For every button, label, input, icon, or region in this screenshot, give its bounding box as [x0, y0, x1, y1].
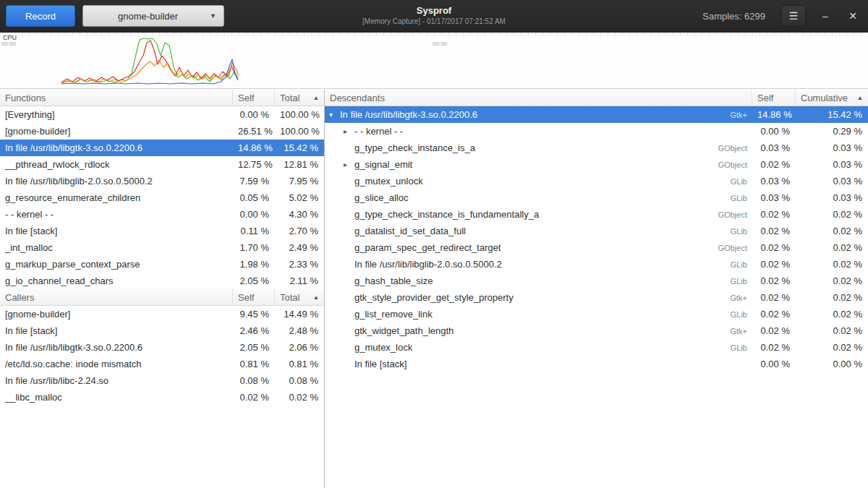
sysprof-window: Record gnome-builder ▼ Sysprof [Memory C… [0, 0, 868, 488]
table-row[interactable]: In file [stack]0.11 %2.70 % [0, 223, 324, 239]
cumulative-percent: 0.02 % [796, 259, 868, 270]
table-row[interactable]: g_markup_parse_context_parse1.98 %2.33 % [0, 256, 324, 273]
column-header-self[interactable]: Self [233, 90, 275, 106]
sort-indicator-icon: ▲ [313, 294, 319, 301]
column-header-total[interactable]: Total ▲ [275, 90, 324, 106]
menu-button[interactable]: ☰ [781, 5, 806, 27]
close-button[interactable]: ✕ [843, 5, 862, 27]
tree-row[interactable]: gtk_style_provider_get_style_propertyGtk… [325, 289, 868, 306]
self-percent: 0.02 % [752, 342, 796, 353]
tree-row[interactable]: ▸- - kernel - -0.00 %0.29 % [325, 123, 868, 140]
table-row[interactable]: [Everything]0.00 %100.00 % [0, 106, 324, 123]
table-row[interactable]: g_io_channel_read_chars2.05 %2.11 % [0, 273, 324, 289]
function-name: _int_malloc [0, 242, 233, 253]
tree-row[interactable]: gtk_widget_path_lengthGtk+0.02 %0.02 % [325, 322, 868, 339]
table-row[interactable]: - - kernel - -0.00 %4.30 % [0, 206, 324, 223]
function-name: - - kernel - - [0, 209, 233, 220]
time-label-start: 00:00 [1, 40, 16, 47]
library-badge: GLib [731, 194, 747, 202]
tree-row[interactable]: In file /usr/lib/libglib-2.0.so.0.5000.2… [325, 256, 868, 273]
chevron-down-icon: ▼ [210, 12, 216, 20]
cumulative-percent: 0.03 % [796, 142, 868, 153]
cumulative-percent: 0.03 % [796, 192, 868, 203]
column-header-self[interactable]: Self [752, 90, 796, 106]
self-percent: 1.98 % [233, 259, 275, 270]
window-title: Sysprof [362, 4, 506, 17]
cpu-graph[interactable]: CPU 00:00 00:30 [0, 33, 868, 89]
expander-closed-icon[interactable]: ▸ [344, 160, 354, 168]
expander-closed-icon[interactable]: ▸ [344, 127, 354, 135]
total-percent: 0.02 % [275, 392, 324, 403]
table-row[interactable]: __pthread_rwlock_rdlock12.75 %12.81 % [0, 156, 324, 173]
table-row[interactable]: [gnome-builder]26.51 %100.00 % [0, 123, 324, 140]
table-row[interactable]: _int_malloc1.70 %2.49 % [0, 239, 324, 256]
table-row[interactable]: /etc/ld.so.cache: inode mismatch0.81 %0.… [0, 356, 324, 372]
table-row[interactable]: In file [stack]2.46 %2.48 % [0, 322, 324, 339]
table-row[interactable]: In file /usr/lib/libgtk-3.so.0.2200.614.… [0, 140, 324, 156]
function-name: In file [stack] [0, 226, 233, 236]
function-name: g_markup_parse_context_parse [0, 259, 233, 270]
column-header-cumulative-label: Cumulative [801, 93, 848, 103]
expander-open-icon[interactable]: ▾ [329, 111, 340, 119]
table-row[interactable]: In file /usr/lib/libgtk-3.so.0.2200.62.0… [0, 339, 324, 356]
total-percent: 2.11 % [275, 275, 324, 286]
table-row[interactable]: In file /usr/lib/libglib-2.0.so.0.5000.2… [0, 173, 324, 189]
self-percent: 0.02 % [752, 292, 796, 303]
function-name: g_type_check_instance_is_fundamentally_a [354, 209, 712, 220]
cumulative-percent: 0.02 % [796, 242, 868, 253]
tree-name-cell: In file [stack] [325, 359, 752, 369]
process-selector[interactable]: gnome-builder ▼ [82, 5, 224, 27]
function-name: In file /usr/lib/libgtk-3.so.0.2200.6 [340, 109, 724, 120]
column-header-self[interactable]: Self [233, 289, 275, 305]
main-area: Functions Self Total ▲ [Everything]0.00 … [0, 90, 868, 488]
tree-name-cell: ▾In file /usr/lib/libgtk-3.so.0.2200.6Gt… [325, 109, 752, 120]
tree-row[interactable]: In file [stack]0.00 %0.00 % [325, 356, 868, 372]
tree-row[interactable]: ▸g_signal_emitGObject0.02 %0.03 % [325, 156, 868, 173]
self-percent: 2.05 % [233, 342, 275, 353]
cumulative-percent: 0.02 % [796, 325, 868, 336]
cumulative-percent: 0.29 % [796, 126, 868, 137]
tree-name-cell: g_list_remove_linkGLib [325, 309, 752, 320]
total-percent: 2.70 % [275, 226, 324, 236]
self-percent: 0.02 % [752, 259, 796, 270]
tree-row[interactable]: g_slice_allocGLib0.03 %0.03 % [325, 189, 868, 206]
self-percent: 26.51 % [233, 126, 275, 137]
cumulative-percent: 0.02 % [796, 309, 868, 320]
record-button[interactable]: Record [6, 5, 75, 27]
table-row[interactable]: In file /usr/lib/libc-2.24.so0.08 %0.08 … [0, 372, 324, 389]
cumulative-percent: 0.03 % [796, 159, 868, 170]
function-name: /etc/ld.so.cache: inode mismatch [0, 359, 233, 369]
tree-row[interactable]: g_mutex_unlockGLib0.03 %0.03 % [325, 173, 868, 189]
total-percent: 14.49 % [275, 309, 324, 320]
tree-row[interactable]: g_type_check_instance_is_fundamentally_a… [325, 206, 868, 223]
library-badge: GLib [731, 260, 747, 269]
table-row[interactable]: [gnome-builder]9.45 %14.49 % [0, 306, 324, 322]
total-percent: 100.00 % [275, 109, 324, 120]
close-icon: ✕ [848, 10, 857, 22]
tree-row[interactable]: g_mutex_lockGLib0.02 %0.02 % [325, 339, 868, 356]
self-percent: 0.02 % [752, 226, 796, 236]
column-header-cumulative[interactable]: Cumulative ▲ [796, 90, 868, 106]
self-percent: 9.45 % [233, 309, 275, 320]
total-percent: 2.33 % [275, 259, 324, 270]
tree-row[interactable]: g_datalist_id_set_data_fullGLib0.02 %0.0… [325, 223, 868, 239]
self-percent: 14.86 % [752, 109, 796, 120]
tree-row[interactable]: g_list_remove_linkGLib0.02 %0.02 % [325, 306, 868, 322]
column-header-callers[interactable]: Callers [0, 289, 233, 305]
self-percent: 0.00 % [233, 109, 275, 120]
tree-row[interactable]: g_type_check_instance_is_aGObject0.03 %0… [325, 140, 868, 156]
header-right: Samples: 6299 ☰ – ✕ [702, 5, 862, 27]
library-badge: GObject [718, 144, 747, 153]
minimize-button[interactable]: – [816, 5, 835, 27]
table-row[interactable]: g_resource_enumerate_children0.05 %5.02 … [0, 189, 324, 206]
tree-row[interactable]: ▾In file /usr/lib/libgtk-3.so.0.2200.6Gt… [325, 106, 868, 123]
column-header-descendants[interactable]: Descendants [325, 90, 752, 106]
sort-indicator-icon: ▲ [313, 95, 319, 101]
library-badge: GObject [718, 244, 747, 252]
table-row[interactable]: __libc_malloc0.02 %0.02 % [0, 389, 324, 406]
column-header-total[interactable]: Total ▲ [275, 289, 324, 305]
tree-row[interactable]: g_hash_table_sizeGLib0.02 %0.02 % [325, 273, 868, 289]
callers-header: Callers Self Total ▲ [0, 289, 324, 306]
tree-row[interactable]: g_param_spec_get_redirect_targetGObject0… [325, 239, 868, 256]
column-header-functions[interactable]: Functions [0, 90, 233, 106]
